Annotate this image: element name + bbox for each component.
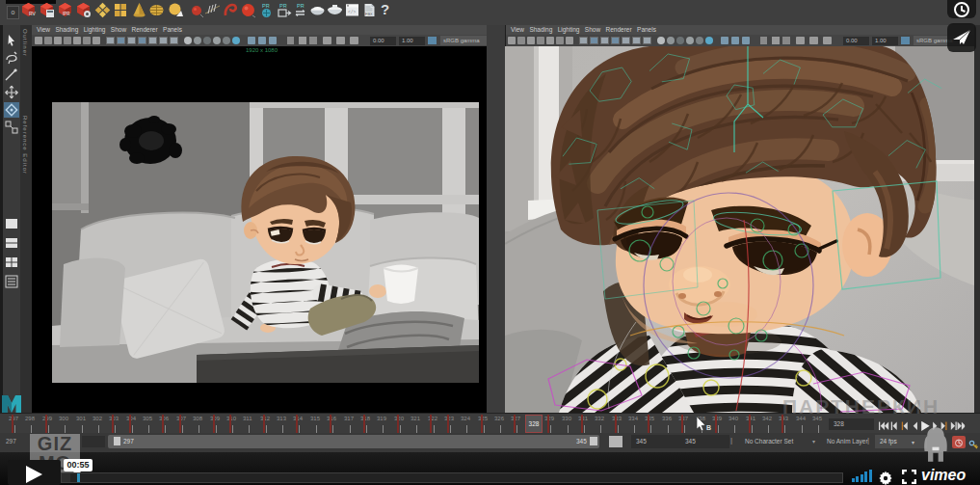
svg-text:PR: PR <box>297 3 305 9</box>
svg-text:PR: PR <box>262 3 270 9</box>
svg-text:PR: PR <box>279 3 287 9</box>
svg-text:RV: RV <box>29 11 37 16</box>
svg-text:FBX: FBX <box>365 12 373 16</box>
svg-text:</>: </> <box>348 10 356 14</box>
svg-text:IPR: IPR <box>63 12 70 16</box>
